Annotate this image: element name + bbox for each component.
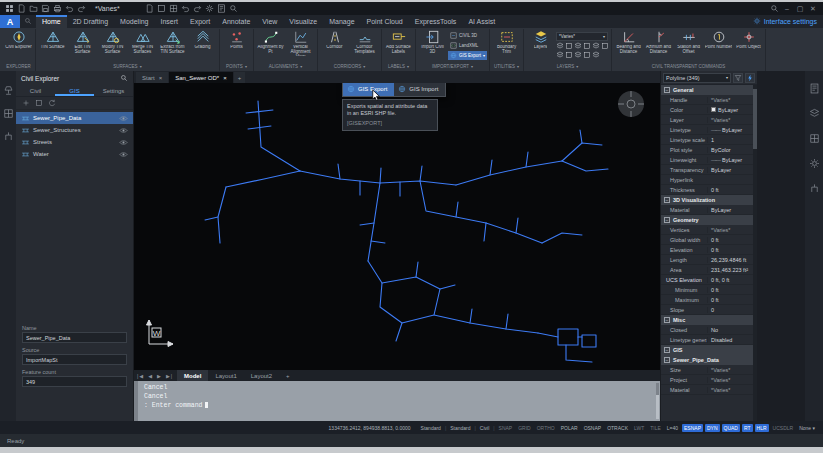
pipe-segment[interactable] [380, 277, 440, 323]
pipe-segment[interactable] [416, 262, 418, 277]
pipe-segment[interactable] [456, 202, 458, 217]
pipe-segment[interactable] [371, 241, 385, 243]
status-toggle-standard[interactable]: Standard [448, 424, 472, 432]
eye-icon[interactable] [119, 114, 128, 123]
eye-icon[interactable] [119, 126, 128, 135]
tab-2d-drafting[interactable]: 2D Drafting [67, 15, 114, 28]
pipe-segment[interactable] [226, 171, 300, 187]
navigation-compass[interactable] [616, 89, 646, 119]
pipe-segment[interactable] [542, 233, 582, 243]
minimize-button[interactable]: – [782, 5, 792, 12]
toggle-pickadd-button[interactable] [745, 73, 755, 83]
undo-icon[interactable] [65, 4, 74, 13]
layout-tab-layout2[interactable]: Layout2 [244, 370, 279, 381]
property-value[interactable]: *Varies* [707, 387, 753, 393]
properties-scrollbar[interactable] [753, 85, 757, 421]
tree-item-sewer-pipe-data[interactable]: Sewer_Pipe_Data [16, 112, 133, 124]
tree-item-streets[interactable]: Streets [16, 136, 133, 148]
tab-manage[interactable]: Manage [323, 15, 360, 28]
property-value[interactable]: 0 [707, 307, 753, 313]
property-value[interactable]: Disabled [707, 337, 753, 343]
layout-nav-next-icon[interactable]: ▶ [157, 373, 162, 379]
light-panel-icon[interactable] [3, 85, 14, 96]
explorer-tab-civil[interactable]: Civil [16, 85, 55, 96]
command-line-window[interactable]: CancelCancel: Enter command [134, 381, 660, 421]
drawing-tab-san-sewer-od[interactable]: San_Sewer OD*× [169, 72, 233, 83]
pipe-segment[interactable] [562, 161, 608, 171]
ribbon-tool-layers[interactable]: Layers [526, 30, 555, 56]
drawing-canvas[interactable]: W GIS ExportGIS Import Exports spatial a… [134, 83, 660, 370]
zoom-icon[interactable] [193, 4, 202, 13]
pipe-segment[interactable] [516, 218, 518, 233]
status-toggle-hlr[interactable]: HLR [755, 424, 769, 432]
add-data-icon[interactable] [22, 99, 30, 107]
refresh-icon[interactable] [48, 99, 56, 107]
property-value[interactable]: ByLayer [707, 167, 753, 173]
tab-visualize[interactable]: Visualize [283, 15, 323, 28]
property-section-sewer-pipe-data[interactable]: −Sewer_Pipe_Data [661, 355, 753, 365]
status-toggle-dyn[interactable]: DYN [705, 424, 720, 432]
layer-tool-icon[interactable] [565, 51, 573, 59]
pipe-segment[interactable] [558, 329, 578, 345]
help-search-icon[interactable] [770, 4, 779, 13]
property-value[interactable]: ByColor [707, 147, 753, 153]
ribbon-tool-edit-tin-surface[interactable]: Edit TIN Surface [68, 30, 97, 56]
pipe-segment[interactable] [360, 223, 374, 225]
property-value[interactable]: ByLayer [707, 207, 753, 213]
explorer-search-icon[interactable] [120, 74, 128, 83]
app-menu-icon[interactable] [5, 4, 14, 13]
new-file-icon[interactable] [17, 4, 26, 13]
pipe-segment[interactable] [246, 110, 273, 113]
pipe-segment[interactable] [420, 166, 422, 181]
status-toggle-l-40[interactable]: L=40 [665, 424, 680, 432]
collapse-icon[interactable]: − [664, 357, 670, 363]
tab-expresstools[interactable]: ExpressTools [409, 15, 463, 28]
explorer-tab-gis[interactable]: GIS [55, 85, 94, 96]
ribbon-tool-station-and-offset[interactable]: Station and Offset [674, 30, 703, 56]
property-value[interactable]: No [707, 327, 753, 333]
ribbon-tool-extract-from-tin-surface[interactable]: Extract from TIN Surface [158, 30, 187, 56]
layer-tool-icon[interactable] [574, 51, 582, 59]
property-value[interactable]: *Varies* [707, 97, 753, 103]
ribbon-tool-landxml[interactable]: LandXML [448, 41, 487, 50]
ribbon-tool-points[interactable]: Points [222, 30, 251, 56]
layer-tool-icon[interactable] [592, 51, 600, 59]
pipe-segment[interactable] [486, 223, 542, 243]
ribbon-tool-civil-explorer[interactable]: Civil Explorer [4, 30, 33, 56]
property-value[interactable]: *Varies* [707, 117, 753, 123]
properties-panel-icon[interactable] [809, 83, 820, 94]
sheet-set-panel-icon[interactable] [3, 108, 14, 119]
open-file-icon[interactable] [29, 4, 38, 13]
pipe-segment[interactable] [526, 152, 528, 167]
collapse-icon[interactable]: − [664, 87, 670, 93]
status-toggle-quad[interactable]: QUAD [722, 424, 740, 432]
property-value[interactable]: 0 ft, 0 ft [707, 277, 753, 283]
layers-panel-icon[interactable] [809, 108, 820, 119]
ribbon-tool-corridor[interactable]: Corridor [320, 30, 349, 56]
field-name[interactable] [22, 332, 127, 343]
select-data-icon[interactable] [35, 99, 43, 107]
ribbon-tool-vertical-alignment-view[interactable]: Vertical Alignment View [286, 30, 315, 56]
status-toggle-ucsdlr[interactable]: UCSDLR [771, 424, 796, 432]
new-drawing-tab-button[interactable]: + [234, 72, 246, 83]
menu-item-gis-import[interactable]: GIS Import [394, 83, 445, 96]
property-section-gis[interactable]: −GIS [661, 345, 753, 355]
selection-type-combo[interactable]: Polyline (349) ▾ [663, 73, 731, 83]
collapse-icon[interactable]: − [664, 217, 670, 223]
ribbon-tool-azimuth-and-distance[interactable]: Azimuth and Distance [644, 30, 673, 56]
layer-tool-icon[interactable] [592, 42, 600, 50]
pipe-segment[interactable] [538, 333, 558, 337]
property-value[interactable]: 0 ft [707, 247, 753, 253]
menu-item-gis-export[interactable]: GIS Export [343, 83, 394, 96]
pipe-segment[interactable] [456, 161, 562, 185]
collapse-icon[interactable]: − [664, 347, 670, 353]
layer-tool-icon[interactable] [574, 42, 582, 50]
layer-tool-icon[interactable] [556, 42, 564, 50]
status-toggle-ortho[interactable]: ORTHO [535, 424, 557, 432]
cut-icon[interactable] [145, 4, 154, 13]
property-value[interactable]: *Varies* [707, 367, 753, 373]
options-icon[interactable] [205, 4, 214, 13]
property-value[interactable]: ——ByLayer [707, 157, 753, 163]
print-icon[interactable] [53, 4, 62, 13]
property-value[interactable]: *Varies* [707, 377, 753, 383]
